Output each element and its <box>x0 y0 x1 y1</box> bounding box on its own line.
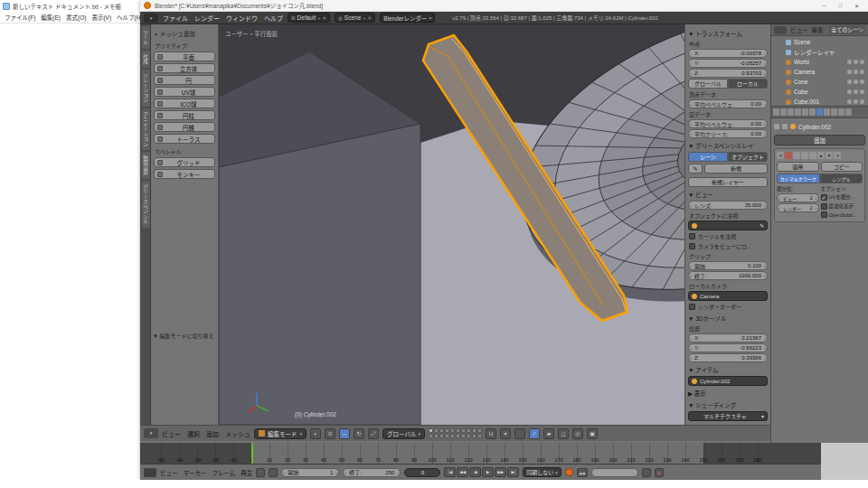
edit-mode-switch-panel[interactable]: ▼ 編集モードに切り替え <box>153 332 214 340</box>
primitive-button[interactable]: トーラス <box>154 134 215 144</box>
playback-button[interactable]: ▶| <box>507 467 519 477</box>
notepad-titlebar[interactable]: 新しいテキスト ドキュメント.txt - メモ帳 <box>0 0 140 12</box>
eyedropper-icon[interactable]: ✎ <box>760 222 764 229</box>
notepad-menu-item[interactable]: ヘルプ(H) <box>117 13 143 22</box>
primitive-button[interactable]: 立方体 <box>154 63 215 73</box>
select-arrow-icon[interactable] <box>854 70 858 74</box>
shading-mode-dropdown[interactable]: マルチテクスチャ ▾ <box>688 411 768 421</box>
window-control-button[interactable]: ─ <box>816 1 832 10</box>
tab-constraints-icon[interactable] <box>809 108 816 116</box>
option-row[interactable]: ✓ UVを細分... <box>821 193 863 201</box>
modifier-down-icon[interactable]: ▼ <box>826 152 833 159</box>
gp-pencil-icon[interactable]: ✎ <box>688 164 703 174</box>
outliner-filter-dropdown[interactable]: 全てのシーン <box>829 25 865 34</box>
notepad-menu-item[interactable]: 書式(O) <box>66 13 86 22</box>
modifier-up-icon[interactable]: ▲ <box>817 152 825 159</box>
option-checkbox[interactable] <box>821 203 827 210</box>
option-row[interactable]: 最適化表示 <box>821 202 863 210</box>
outliner-menu-view[interactable]: ビュー <box>790 25 808 34</box>
frame-end-field[interactable]: 終了:250 <box>343 468 401 477</box>
tab-object-icon[interactable] <box>802 108 808 116</box>
toolshelf-tab[interactable]: ツール <box>142 26 150 49</box>
eye-icon[interactable] <box>847 80 852 84</box>
playback-button[interactable]: ▶ <box>482 467 494 477</box>
outliner-row[interactable]: Cone <box>773 77 866 87</box>
layers-widget[interactable] <box>429 428 482 438</box>
viewport-menu-item[interactable]: 追加 <box>206 429 219 438</box>
apply-button[interactable]: 適用 <box>777 162 819 172</box>
outliner-row[interactable]: Cube.001 <box>773 97 866 106</box>
viewport-3d[interactable]: ユーザー・平行投影 (0) Cylinder.002 <box>219 24 684 425</box>
option-row[interactable]: OpenSubd... <box>821 211 863 218</box>
primitive-button[interactable]: UV球 <box>154 87 215 97</box>
outliner-row[interactable]: Scene <box>773 37 866 47</box>
screen-layout-selector[interactable]: ⊞ Default + ✕ <box>288 13 330 23</box>
pin-icon[interactable] <box>774 124 779 129</box>
local-camera-field[interactable]: Camera <box>688 291 768 301</box>
simple-button[interactable]: シンプル <box>820 174 863 183</box>
special-button[interactable]: モンキー <box>154 169 215 179</box>
toolshelf-tab[interactable]: アニメーション <box>142 108 150 151</box>
median-axis-field[interactable]: Y:-0.05257 <box>688 59 768 68</box>
outliner-menu-search[interactable]: 検索 <box>812 25 824 34</box>
option-checkbox[interactable] <box>821 211 827 218</box>
insert-keyframe-icon[interactable] <box>642 468 651 477</box>
modifier-view-toggle-icon[interactable] <box>801 152 808 159</box>
vertex-select-icon[interactable]: ∙ <box>514 428 525 439</box>
scene-selector[interactable]: ◍ Scene + ✕ <box>335 13 375 23</box>
use-preview-range-icon[interactable] <box>256 468 265 477</box>
lock-camera-checkbox[interactable] <box>689 243 695 249</box>
median-axis-field[interactable]: X:-0.00378 <box>688 49 768 58</box>
outliner-row[interactable]: World <box>773 57 866 67</box>
lock-cursor-row[interactable]: カーソルを注視 <box>689 232 768 240</box>
orientation-selector[interactable]: グローバル ▾ <box>382 428 425 439</box>
manipulator-rotate-icon[interactable]: ↻ <box>354 428 364 439</box>
toolshelf-tab[interactable]: 物理演算 <box>142 152 150 179</box>
render-camera-icon[interactable] <box>860 80 864 84</box>
timeline-editor-icon[interactable] <box>144 468 156 477</box>
info-menu-item[interactable]: ファイル <box>163 14 188 23</box>
gp-new-layer-button[interactable]: 新規レイヤー <box>688 177 768 187</box>
edge-data-field[interactable]: 平均ベベルウェ:0.00 <box>688 119 768 128</box>
gp-scene-button[interactable]: シーン <box>688 152 728 162</box>
option-checkbox[interactable]: ✓ <box>821 194 827 201</box>
proportional-edit-icon[interactable]: ◎ <box>572 428 583 439</box>
lock-cursor-checkbox[interactable] <box>689 233 695 239</box>
eye-icon[interactable] <box>847 99 852 104</box>
current-frame-indicator[interactable] <box>251 443 253 465</box>
pivot-point-dropdown[interactable]: ⊙ <box>325 428 335 439</box>
eye-icon[interactable] <box>847 70 852 74</box>
clip-field[interactable]: 開始:0.100 <box>688 261 768 270</box>
notepad-menu-item[interactable]: 編集(E) <box>41 13 61 22</box>
view-panel-header[interactable]: ▼ ビュー <box>688 190 768 199</box>
keying-set-dropdown[interactable]: ●▾ <box>577 468 588 477</box>
primitive-button[interactable]: 円 <box>154 75 215 85</box>
primitive-button[interactable]: ICO球 <box>154 99 215 108</box>
notepad-text-area[interactable] <box>0 23 140 486</box>
outliner-row[interactable]: レンダーレイヤ <box>773 47 866 57</box>
add-modifier-dropdown[interactable]: 追加 <box>774 135 865 145</box>
cursor-axis-field[interactable]: X:0.21367 <box>688 333 768 343</box>
timeline-ruler[interactable]: -50-40-30-20-100102030405060708090100110… <box>140 443 821 465</box>
tab-render-layers-icon[interactable] <box>780 108 787 116</box>
primitive-button[interactable]: 円柱 <box>154 110 215 120</box>
render-engine-selector[interactable]: Blenderレンダー ▾ <box>380 13 435 23</box>
current-frame-field[interactable]: 0 <box>404 468 440 477</box>
cursor-panel-header[interactable]: ▼ 3Dカーソル <box>688 314 768 323</box>
av-sync-dropdown[interactable]: 同期しない ▾ <box>523 467 561 477</box>
gp-new-button[interactable]: 新規 <box>704 164 768 174</box>
primitive-button[interactable]: 円錐 <box>154 122 215 132</box>
display-panel-header[interactable]: ▶ 表示 <box>688 389 768 398</box>
viewport-menu-item[interactable]: ビュー <box>162 429 181 438</box>
select-arrow-icon[interactable] <box>854 99 858 104</box>
subdivision-field[interactable]: ビュー:2 <box>777 193 819 202</box>
timeline-menu-item[interactable]: マーカー <box>184 468 207 477</box>
window-control-button[interactable]: ✕ <box>849 1 864 10</box>
playback-button[interactable]: ◀ <box>469 467 481 477</box>
cursor-axis-field[interactable]: Y:-0.56223 <box>688 343 768 352</box>
select-arrow-icon[interactable] <box>854 89 858 94</box>
active-keying-set-field[interactable] <box>591 468 638 477</box>
eye-icon[interactable] <box>847 60 852 64</box>
toolshelf-tab[interactable]: 作成 <box>142 51 150 68</box>
render-border-row[interactable]: レンダーボーダー <box>689 303 768 311</box>
